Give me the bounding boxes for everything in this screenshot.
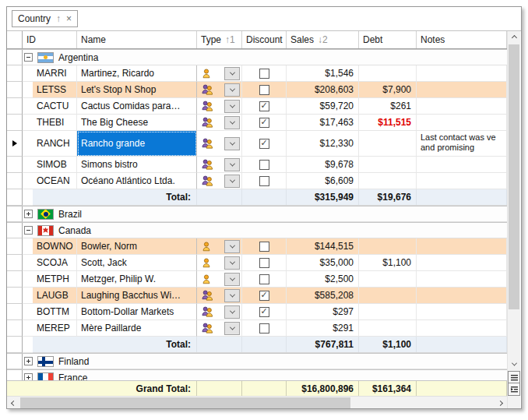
cell-id[interactable]: BOWNO	[33, 238, 77, 255]
cell-type[interactable]	[197, 82, 242, 98]
cell-id[interactable]: OCEAN	[33, 173, 77, 189]
group-cell[interactable]: Brazil	[23, 206, 507, 222]
cell-debt[interactable]: $11,515	[359, 115, 417, 131]
column-header-debt[interactable]: Debt	[359, 31, 417, 48]
cell-discount[interactable]	[242, 115, 287, 131]
dropdown-button[interactable]	[224, 100, 240, 113]
cell-sales[interactable]: $144,515	[287, 238, 359, 255]
cell-name[interactable]: Océano Atlántico Ltda.	[77, 173, 197, 189]
dropdown-button[interactable]	[224, 158, 240, 171]
cell-sales[interactable]: $35,000	[287, 255, 359, 271]
cell-id[interactable]: RANCH	[33, 131, 77, 157]
dropdown-button[interactable]	[224, 256, 240, 270]
cell-debt[interactable]	[359, 173, 417, 189]
cell-sales[interactable]: $208,603	[287, 82, 359, 98]
cell-discount[interactable]	[242, 173, 287, 189]
dropdown-button[interactable]	[224, 273, 240, 286]
cell-name[interactable]: Martinez, Ricardo	[77, 65, 197, 82]
scroll-up-arrow-icon[interactable]	[508, 31, 520, 44]
cell-debt[interactable]	[359, 157, 417, 173]
cell-id[interactable]: CACTU	[33, 98, 77, 115]
cell-name[interactable]: Metzger, Philip W.	[77, 271, 197, 288]
cell-notes[interactable]	[417, 98, 507, 115]
cell-type[interactable]	[197, 320, 242, 337]
cell-debt[interactable]	[359, 238, 417, 255]
cell-type[interactable]	[197, 173, 242, 189]
expand-group-button[interactable]	[24, 373, 33, 380]
expand-group-button[interactable]	[24, 210, 33, 218]
checkbox-checked[interactable]	[259, 307, 269, 317]
cell-name[interactable]: Bottom-Dollar Markets	[77, 304, 197, 320]
dropdown-button[interactable]	[224, 83, 240, 97]
checkbox-unchecked[interactable]	[259, 274, 269, 284]
cell-id[interactable]: MARRI	[33, 65, 77, 82]
dropdown-button[interactable]	[224, 116, 240, 129]
cell-notes[interactable]	[417, 157, 507, 173]
cell-debt[interactable]	[359, 288, 417, 304]
cell-name[interactable]: Let's Stop N Shop	[77, 82, 197, 98]
cell-debt[interactable]	[359, 271, 417, 288]
cell-debt[interactable]	[359, 304, 417, 320]
collapse-group-button[interactable]	[24, 53, 33, 62]
row-indicator-cell[interactable]	[7, 173, 23, 189]
scroll-right-arrow-icon[interactable]	[494, 397, 507, 409]
cell-type[interactable]	[197, 255, 242, 271]
checkbox-checked[interactable]	[259, 101, 269, 111]
checkbox-unchecked[interactable]	[259, 160, 269, 170]
cell-name[interactable]: Simons bistro	[77, 157, 197, 173]
cell-type[interactable]	[197, 157, 242, 173]
cell-name[interactable]: Scott, Jack	[77, 255, 197, 271]
column-header-name[interactable]: Name	[77, 31, 197, 48]
cell-name[interactable]: Bowler, Norm	[77, 238, 197, 255]
horizontal-scrollbar[interactable]	[7, 396, 507, 408]
row-indicator-cell[interactable]	[7, 131, 23, 157]
cell-id[interactable]: SIMOB	[33, 157, 77, 173]
cell-discount[interactable]	[242, 271, 287, 288]
cell-name[interactable]: Rancho grande	[77, 131, 197, 157]
row-indicator-cell[interactable]	[7, 320, 23, 337]
cell-name[interactable]: The Big Cheese	[77, 115, 197, 131]
cell-notes[interactable]	[417, 320, 507, 337]
cell-discount[interactable]	[242, 304, 287, 320]
row-indicator-cell[interactable]	[7, 115, 23, 131]
checkbox-checked[interactable]	[259, 139, 269, 149]
dropdown-button[interactable]	[224, 137, 240, 150]
group-row-france[interactable]: France	[7, 369, 507, 380]
horizontal-scrollbar-thumb[interactable]	[20, 397, 350, 408]
row-indicator-cell[interactable]	[7, 98, 23, 115]
cell-debt[interactable]: $7,900	[359, 82, 417, 98]
scroll-down-arrow-icon[interactable]	[508, 358, 520, 371]
grid-corner-button-2[interactable]	[508, 383, 520, 396]
vertical-scrollbar-track[interactable]	[508, 44, 520, 358]
cell-discount[interactable]	[242, 98, 287, 115]
row-indicator-cell[interactable]	[7, 255, 23, 271]
dropdown-button[interactable]	[224, 289, 240, 302]
group-row-finland[interactable]: Finland	[7, 353, 507, 369]
cell-discount[interactable]	[242, 238, 287, 255]
group-cell[interactable]: Finland	[23, 354, 507, 369]
cell-sales[interactable]: $6,609	[287, 173, 359, 189]
cell-sales[interactable]: $59,720	[287, 98, 359, 115]
cell-sales[interactable]: $2,500	[287, 271, 359, 288]
column-header-sales[interactable]: Sales↓2	[287, 31, 359, 48]
cell-discount[interactable]	[242, 131, 287, 157]
checkbox-checked[interactable]	[259, 118, 269, 128]
checkbox-checked[interactable]	[259, 291, 269, 301]
cell-sales[interactable]: $297	[287, 304, 359, 320]
cell-debt[interactable]	[359, 65, 417, 82]
group-row-argentina[interactable]: Argentina	[7, 49, 507, 65]
cell-discount[interactable]	[242, 288, 287, 304]
dropdown-button[interactable]	[224, 67, 240, 80]
cell-id[interactable]: THEBI	[33, 115, 77, 131]
cell-notes[interactable]	[417, 115, 507, 131]
column-header-discount[interactable]: Discount	[242, 31, 287, 48]
group-row-brazil[interactable]: Brazil	[7, 206, 507, 222]
cell-notes[interactable]	[417, 65, 507, 82]
cell-id[interactable]: LAUGB	[33, 288, 77, 304]
checkbox-unchecked[interactable]	[259, 323, 269, 334]
cell-type[interactable]	[197, 271, 242, 288]
cell-sales[interactable]: $291	[287, 320, 359, 337]
dropdown-button[interactable]	[224, 175, 240, 188]
cell-notes[interactable]	[417, 238, 507, 255]
row-indicator-cell[interactable]	[7, 82, 23, 98]
